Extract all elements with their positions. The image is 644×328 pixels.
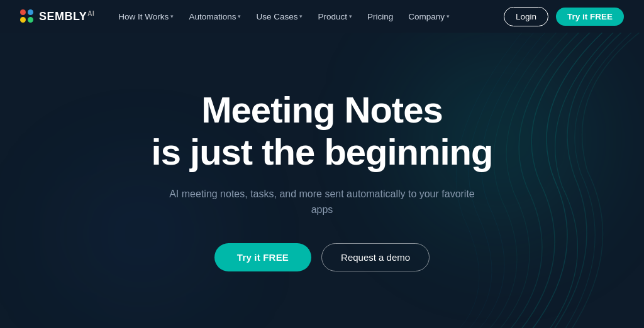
nav-item-how-it-works[interactable]: How It Works ▾	[112, 8, 180, 25]
logo-icon	[20, 9, 34, 23]
navbar-left: SEMBLYAI How It Works ▾ Automations ▾ Us…	[20, 8, 456, 25]
hero-content: Meeting Notes is just the beginning AI m…	[152, 89, 493, 271]
try-free-hero-button[interactable]: Try it FREE	[214, 243, 311, 271]
hero-buttons: Try it FREE Request a demo	[214, 243, 430, 271]
hero-title: Meeting Notes is just the beginning	[152, 89, 493, 173]
logo-ai-text: AI	[87, 10, 94, 17]
request-demo-button[interactable]: Request a demo	[321, 243, 430, 271]
logo-dot-blue	[28, 9, 33, 15]
chevron-down-icon: ▾	[299, 13, 303, 19]
chevron-down-icon: ▾	[238, 13, 241, 19]
nav-label-company: Company	[408, 12, 445, 21]
chevron-down-icon: ▾	[447, 13, 450, 19]
nav-label-product: Product	[318, 12, 347, 21]
nav-item-use-cases[interactable]: Use Cases ▾	[250, 8, 309, 25]
nav-item-product[interactable]: Product ▾	[311, 8, 358, 25]
hero-title-line2: is just the beginning	[152, 131, 493, 172]
nav-label-pricing: Pricing	[367, 12, 393, 21]
nav-item-pricing[interactable]: Pricing	[361, 8, 399, 25]
nav-label-how-it-works: How It Works	[118, 12, 169, 21]
hero-title-line1: Meeting Notes	[201, 89, 442, 130]
nav-links: How It Works ▾ Automations ▾ Use Cases ▾…	[112, 8, 456, 25]
nav-item-automations[interactable]: Automations ▾	[182, 8, 247, 25]
nav-label-automations: Automations	[189, 12, 236, 21]
logo-dot-red	[20, 9, 26, 15]
logo-name-text: SEMBLY	[39, 10, 87, 23]
hero-section: Meeting Notes is just the beginning AI m…	[0, 33, 644, 328]
hero-subtitle: AI meeting notes, tasks, and more sent a…	[165, 186, 479, 218]
navbar-right: Login Try it FREE	[504, 7, 624, 26]
chevron-down-icon: ▾	[170, 13, 174, 19]
chevron-down-icon: ▾	[349, 13, 352, 19]
nav-label-use-cases: Use Cases	[256, 12, 297, 21]
logo-name: SEMBLYAI	[39, 10, 94, 23]
nav-item-company[interactable]: Company ▾	[402, 8, 456, 25]
logo-dot-yellow	[20, 17, 26, 23]
logo[interactable]: SEMBLYAI	[20, 9, 94, 23]
logo-dot-green	[28, 17, 33, 23]
navbar: SEMBLYAI How It Works ▾ Automations ▾ Us…	[0, 0, 644, 33]
login-button[interactable]: Login	[504, 7, 548, 26]
try-free-nav-button[interactable]: Try it FREE	[556, 8, 624, 26]
